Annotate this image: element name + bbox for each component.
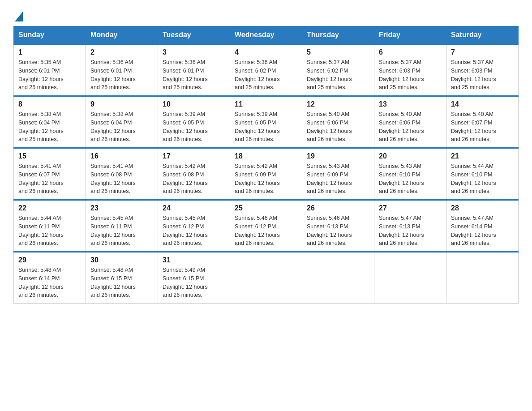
- day-info: Sunrise: 5:45 AMSunset: 6:11 PMDaylight:…: [90, 214, 153, 248]
- week-row-5: 29Sunrise: 5:48 AMSunset: 6:14 PMDayligh…: [14, 252, 519, 304]
- day-number: 21: [451, 152, 514, 160]
- calendar-cell: 5Sunrise: 5:37 AMSunset: 6:02 PMDaylight…: [302, 44, 374, 96]
- day-info: Sunrise: 5:39 AMSunset: 6:05 PMDaylight:…: [235, 110, 297, 144]
- day-info: Sunrise: 5:45 AMSunset: 6:12 PMDaylight:…: [163, 214, 225, 248]
- day-info: Sunrise: 5:43 AMSunset: 6:10 PMDaylight:…: [379, 162, 442, 196]
- day-number: 14: [451, 100, 514, 108]
- logo: [13, 13, 23, 21]
- day-number: 30: [90, 256, 153, 264]
- calendar-cell: [230, 252, 302, 304]
- calendar-cell: 27Sunrise: 5:47 AMSunset: 6:13 PMDayligh…: [374, 200, 446, 252]
- day-number: 29: [18, 256, 81, 264]
- calendar-cell: 3Sunrise: 5:36 AMSunset: 6:01 PMDaylight…: [158, 44, 230, 96]
- calendar-cell: 8Sunrise: 5:38 AMSunset: 6:04 PMDaylight…: [14, 96, 86, 148]
- day-info: Sunrise: 5:38 AMSunset: 6:04 PMDaylight:…: [18, 110, 81, 144]
- day-number: 28: [451, 204, 514, 212]
- day-number: 18: [235, 152, 297, 160]
- calendar-cell: [302, 252, 374, 304]
- calendar-cell: 11Sunrise: 5:39 AMSunset: 6:05 PMDayligh…: [230, 96, 302, 148]
- day-number: 12: [307, 100, 369, 108]
- day-info: Sunrise: 5:36 AMSunset: 6:02 PMDaylight:…: [235, 58, 297, 92]
- day-info: Sunrise: 5:40 AMSunset: 6:06 PMDaylight:…: [379, 110, 442, 144]
- logo-arrow-icon: [15, 12, 23, 21]
- day-number: 22: [18, 204, 81, 212]
- calendar-cell: 21Sunrise: 5:44 AMSunset: 6:10 PMDayligh…: [446, 148, 519, 200]
- week-row-4: 22Sunrise: 5:44 AMSunset: 6:11 PMDayligh…: [14, 200, 519, 252]
- day-number: 23: [90, 204, 153, 212]
- day-number: 19: [307, 152, 369, 160]
- calendar-cell: 15Sunrise: 5:41 AMSunset: 6:07 PMDayligh…: [14, 148, 86, 200]
- day-info: Sunrise: 5:49 AMSunset: 6:15 PMDaylight:…: [163, 266, 225, 300]
- calendar-cell: 26Sunrise: 5:46 AMSunset: 6:13 PMDayligh…: [302, 200, 374, 252]
- day-info: Sunrise: 5:42 AMSunset: 6:08 PMDaylight:…: [163, 162, 225, 196]
- day-info: Sunrise: 5:36 AMSunset: 6:01 PMDaylight:…: [163, 58, 225, 92]
- day-info: Sunrise: 5:43 AMSunset: 6:09 PMDaylight:…: [307, 162, 369, 196]
- calendar-header: SundayMondayTuesdayWednesdayThursdayFrid…: [14, 26, 519, 44]
- day-info: Sunrise: 5:38 AMSunset: 6:04 PMDaylight:…: [90, 110, 153, 144]
- day-number: 17: [163, 152, 225, 160]
- day-info: Sunrise: 5:40 AMSunset: 6:06 PMDaylight:…: [307, 110, 369, 144]
- day-info: Sunrise: 5:47 AMSunset: 6:14 PMDaylight:…: [451, 214, 514, 248]
- header-saturday: Saturday: [446, 26, 519, 44]
- day-number: 24: [163, 204, 225, 212]
- header-sunday: Sunday: [14, 26, 86, 44]
- calendar-cell: 7Sunrise: 5:37 AMSunset: 6:03 PMDaylight…: [446, 44, 519, 96]
- day-info: Sunrise: 5:44 AMSunset: 6:11 PMDaylight:…: [18, 214, 81, 248]
- day-info: Sunrise: 5:41 AMSunset: 6:08 PMDaylight:…: [90, 162, 153, 196]
- calendar-cell: 6Sunrise: 5:37 AMSunset: 6:03 PMDaylight…: [374, 44, 446, 96]
- calendar-cell: 29Sunrise: 5:48 AMSunset: 6:14 PMDayligh…: [14, 252, 86, 304]
- header-wednesday: Wednesday: [230, 26, 302, 44]
- calendar-cell: 10Sunrise: 5:39 AMSunset: 6:05 PMDayligh…: [158, 96, 230, 148]
- header-tuesday: Tuesday: [158, 26, 230, 44]
- day-info: Sunrise: 5:48 AMSunset: 6:15 PMDaylight:…: [90, 266, 153, 300]
- day-number: 15: [18, 152, 81, 160]
- header-friday: Friday: [374, 26, 446, 44]
- calendar-cell: 1Sunrise: 5:35 AMSunset: 6:01 PMDaylight…: [14, 44, 86, 96]
- day-info: Sunrise: 5:37 AMSunset: 6:03 PMDaylight:…: [379, 58, 442, 92]
- day-info: Sunrise: 5:47 AMSunset: 6:13 PMDaylight:…: [379, 214, 442, 248]
- header: [13, 9, 519, 21]
- calendar-cell: 31Sunrise: 5:49 AMSunset: 6:15 PMDayligh…: [158, 252, 230, 304]
- day-info: Sunrise: 5:36 AMSunset: 6:01 PMDaylight:…: [90, 58, 153, 92]
- day-number: 26: [307, 204, 369, 212]
- day-info: Sunrise: 5:46 AMSunset: 6:12 PMDaylight:…: [235, 214, 297, 248]
- day-number: 31: [163, 256, 225, 264]
- day-number: 7: [451, 48, 514, 56]
- day-number: 8: [18, 100, 81, 108]
- day-number: 27: [379, 204, 442, 212]
- day-number: 1: [18, 48, 81, 56]
- calendar-cell: 28Sunrise: 5:47 AMSunset: 6:14 PMDayligh…: [446, 200, 519, 252]
- week-row-1: 1Sunrise: 5:35 AMSunset: 6:01 PMDaylight…: [14, 44, 519, 96]
- day-info: Sunrise: 5:46 AMSunset: 6:13 PMDaylight:…: [307, 214, 369, 248]
- day-number: 16: [90, 152, 153, 160]
- calendar-cell: 4Sunrise: 5:36 AMSunset: 6:02 PMDaylight…: [230, 44, 302, 96]
- calendar-cell: 20Sunrise: 5:43 AMSunset: 6:10 PMDayligh…: [374, 148, 446, 200]
- calendar-cell: [374, 252, 446, 304]
- calendar-cell: 14Sunrise: 5:40 AMSunset: 6:07 PMDayligh…: [446, 96, 519, 148]
- day-number: 2: [90, 48, 153, 56]
- calendar-cell: 16Sunrise: 5:41 AMSunset: 6:08 PMDayligh…: [86, 148, 158, 200]
- day-number: 3: [163, 48, 225, 56]
- day-info: Sunrise: 5:42 AMSunset: 6:09 PMDaylight:…: [235, 162, 297, 196]
- header-row: SundayMondayTuesdayWednesdayThursdayFrid…: [14, 26, 519, 44]
- day-number: 5: [307, 48, 369, 56]
- day-number: 9: [90, 100, 153, 108]
- calendar-cell: 22Sunrise: 5:44 AMSunset: 6:11 PMDayligh…: [14, 200, 86, 252]
- day-number: 6: [379, 48, 442, 56]
- day-info: Sunrise: 5:48 AMSunset: 6:14 PMDaylight:…: [18, 266, 81, 300]
- day-number: 10: [163, 100, 225, 108]
- day-info: Sunrise: 5:37 AMSunset: 6:03 PMDaylight:…: [451, 58, 514, 92]
- week-row-3: 15Sunrise: 5:41 AMSunset: 6:07 PMDayligh…: [14, 148, 519, 200]
- day-number: 13: [379, 100, 442, 108]
- calendar-cell: [446, 252, 519, 304]
- day-number: 11: [235, 100, 297, 108]
- calendar-cell: 2Sunrise: 5:36 AMSunset: 6:01 PMDaylight…: [86, 44, 158, 96]
- day-info: Sunrise: 5:40 AMSunset: 6:07 PMDaylight:…: [451, 110, 514, 144]
- day-info: Sunrise: 5:39 AMSunset: 6:05 PMDaylight:…: [163, 110, 225, 144]
- calendar-body: 1Sunrise: 5:35 AMSunset: 6:01 PMDaylight…: [14, 44, 519, 304]
- header-monday: Monday: [86, 26, 158, 44]
- calendar-cell: 19Sunrise: 5:43 AMSunset: 6:09 PMDayligh…: [302, 148, 374, 200]
- day-number: 4: [235, 48, 297, 56]
- week-row-2: 8Sunrise: 5:38 AMSunset: 6:04 PMDaylight…: [14, 96, 519, 148]
- calendar-cell: 30Sunrise: 5:48 AMSunset: 6:15 PMDayligh…: [86, 252, 158, 304]
